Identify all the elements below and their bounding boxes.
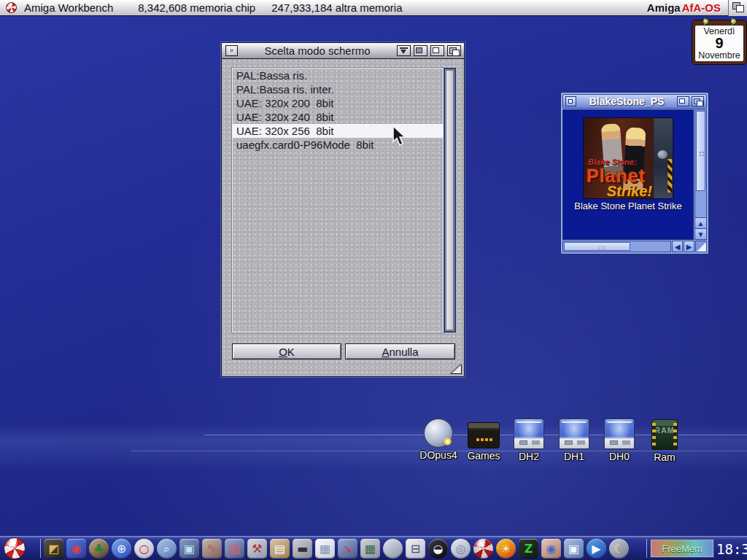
screenmode-dialog[interactable]: Scelta modo schermo PAL:Bassa ris.PAL:Ba… <box>221 42 465 377</box>
zoom-gadget-icon[interactable] <box>677 96 689 106</box>
paint-icon[interactable]: ✎ <box>202 539 222 559</box>
blakestone-titlebar[interactable]: BlakeStone_PS <box>562 94 707 109</box>
taskbar-separator <box>646 539 647 558</box>
dialog-titlebar[interactable]: Scelta modo schermo <box>222 43 464 59</box>
cd-icon[interactable]: ◎ <box>451 539 471 559</box>
list-scrollbar[interactable] <box>444 68 456 332</box>
desktop: Amiga Workbench 8,342,608 memoria chip 2… <box>0 0 747 560</box>
depth-gadget-icon[interactable] <box>447 45 461 56</box>
vertical-scrollbar[interactable]: ▲ ▼ <box>694 109 707 240</box>
desktop-icon-label: DH0 <box>609 451 630 462</box>
tools-icon[interactable]: ⚒ <box>247 539 267 559</box>
freemem-gauge: FreeMem <box>651 540 713 557</box>
help-lifebuoy-icon[interactable]: ○ <box>134 539 154 559</box>
boing-ball-icon[interactable] <box>473 539 493 559</box>
desktop-icons: DOpus4GamesDH2DH1DH0RAMRam <box>416 419 687 463</box>
shade-gadget-icon[interactable] <box>430 45 444 56</box>
harddisk-icon <box>559 419 589 449</box>
horizontal-scrollbar-thumb[interactable] <box>564 242 630 251</box>
vertical-scrollbar-thumb[interactable] <box>696 111 705 191</box>
screenmode-item[interactable]: UAE: 320x 240 8bit <box>233 110 443 124</box>
blakestone-content: Blake Stone: Planet Strike! Blake Stone … <box>562 109 694 240</box>
desktop-icon-games[interactable]: Games <box>461 419 506 463</box>
vp-player-icon[interactable]: Z <box>519 539 538 559</box>
desktop-icon-ram[interactable]: RAMRam <box>642 419 687 463</box>
moon-sphere-icon[interactable]: ☾ <box>609 539 629 559</box>
ram-chip-icon: RAM <box>651 419 678 450</box>
desktop-icon-label: DH2 <box>519 451 539 462</box>
desktop-icon-dh0[interactable]: DH0 <box>597 419 642 463</box>
amiga-boing-logo-icon <box>6 2 17 13</box>
penguin-icon[interactable]: ◒ <box>428 539 448 559</box>
desktop-icon-dh1[interactable]: DH1 <box>551 419 597 463</box>
screen-promote-icon[interactable]: ↘ <box>338 539 357 559</box>
window-title: BlakeStone_PS <box>576 96 677 107</box>
calendar-widget[interactable]: Venerdì 9 Novembre <box>692 20 747 65</box>
zoom-gadget-icon[interactable] <box>414 45 427 56</box>
brand-afaos: AfA-OS <box>682 1 721 14</box>
mouse-cursor <box>392 125 408 150</box>
desktop-icon-label: DOpus4 <box>419 449 457 461</box>
screenmode-item[interactable]: uaegfx.card0-P96Mode 8bit <box>233 138 443 152</box>
amiga-menu-button[interactable] <box>4 537 26 559</box>
resize-gadget-icon[interactable] <box>451 365 462 374</box>
screen-title: Amiga Workbench <box>24 1 113 14</box>
cover-space-window <box>654 118 673 198</box>
screen-prefs-icon[interactable]: ▥ <box>225 539 244 559</box>
dialog-title: Scelta modo schermo <box>238 44 397 57</box>
search-icon[interactable]: ⌕ <box>157 539 177 559</box>
flame-icon[interactable]: ☀ <box>496 539 516 559</box>
ok-button[interactable]: OK <box>232 343 341 359</box>
game-icon[interactable]: Blake Stone: Planet Strike! Blake Stone … <box>574 117 681 211</box>
screenmode-item[interactable]: UAE: 320x 256 8bit <box>233 124 443 138</box>
desktop-icon-dopus4[interactable]: DOpus4 <box>416 419 461 463</box>
screenmode-item[interactable]: PAL:Bassa ris. <box>233 69 443 82</box>
scroll-left-arrow-icon[interactable]: ◀ <box>672 241 683 252</box>
calculator-icon[interactable]: ▦ <box>360 539 380 559</box>
globe-icon[interactable]: ⊕ <box>112 539 131 559</box>
close-gadget-icon[interactable] <box>225 45 238 56</box>
workbench-screen-icon[interactable]: ◉ <box>66 539 86 559</box>
taskbar-separator <box>40 539 41 558</box>
notepad-grid-icon[interactable]: ▦ <box>315 539 335 559</box>
island-icon[interactable]: ♣ <box>89 539 109 559</box>
horizontal-scrollbar[interactable] <box>562 241 671 252</box>
drawer-icon[interactable]: ◩ <box>44 539 63 559</box>
taskbar[interactable]: ◩◉♣⊕○⌕▣✎▥⚒▤▬▦↘▦⊟◒◎☀Z◉▣▶☾ FreeMem 18:37 <box>0 536 747 560</box>
freemem-label: FreeMem <box>662 543 703 554</box>
depth-gadget-icon[interactable] <box>692 96 704 106</box>
calendar-day: 9 <box>715 36 723 50</box>
cover-title-line2: Strike! <box>607 183 652 199</box>
harddisk-icon <box>514 419 544 449</box>
desktop-icon-label: DH1 <box>564 451 584 462</box>
scroll-up-arrow-icon[interactable]: ▲ <box>695 217 706 228</box>
screen-depth-gadget[interactable] <box>728 0 747 16</box>
scroll-right-arrow-icon[interactable]: ▶ <box>684 241 694 252</box>
documents-icon[interactable]: ▤ <box>270 539 290 559</box>
close-gadget-icon[interactable] <box>565 96 576 106</box>
blakestone-window[interactable]: BlakeStone_PS Blake Stone: Planet Strike… <box>560 92 709 254</box>
cancel-button[interactable]: Annulla <box>345 343 455 359</box>
chip-doc-icon[interactable]: ⊟ <box>406 539 425 559</box>
scanner-icon[interactable]: ▬ <box>293 539 312 559</box>
taskbar-icons: ◩◉♣⊕○⌕▣✎▥⚒▤▬▦↘▦⊟◒◎☀Z◉▣▶☾ <box>44 539 629 559</box>
screenmode-item[interactable]: UAE: 320x 200 8bit <box>233 96 443 110</box>
picture-viewer-icon[interactable]: ◉ <box>541 539 561 559</box>
media-player-icon[interactable]: ▶ <box>587 539 606 559</box>
display-prefs-icon[interactable]: ▣ <box>179 539 199 559</box>
resize-gadget-icon[interactable] <box>695 241 707 252</box>
other-memory-status: 247,933,184 altra memoria <box>271 1 402 14</box>
screenmode-item[interactable]: PAL:Bassa ris. inter. <box>233 82 443 96</box>
window-manager-icon[interactable]: ▣ <box>564 539 584 559</box>
desktop-icon-dh2[interactable]: DH2 <box>506 419 551 463</box>
gray-sphere-icon[interactable] <box>383 539 403 559</box>
chip-memory-status: 8,342,608 memoria chip <box>138 1 255 14</box>
screenmode-list[interactable]: PAL:Bassa ris.PAL:Bassa ris. inter.UAE: … <box>232 68 444 332</box>
scroll-down-arrow-icon[interactable]: ▼ <box>695 228 706 239</box>
iconify-gadget-icon[interactable] <box>397 45 411 56</box>
menu-bar[interactable]: Amiga Workbench 8,342,608 memoria chip 2… <box>0 0 747 16</box>
game-cover-art: Blake Stone: Planet Strike! <box>583 117 673 199</box>
desktop-icon-label: Games <box>467 450 500 462</box>
list-scrollbar-thumb[interactable] <box>446 70 454 330</box>
dopus-sphere-icon <box>424 419 453 448</box>
